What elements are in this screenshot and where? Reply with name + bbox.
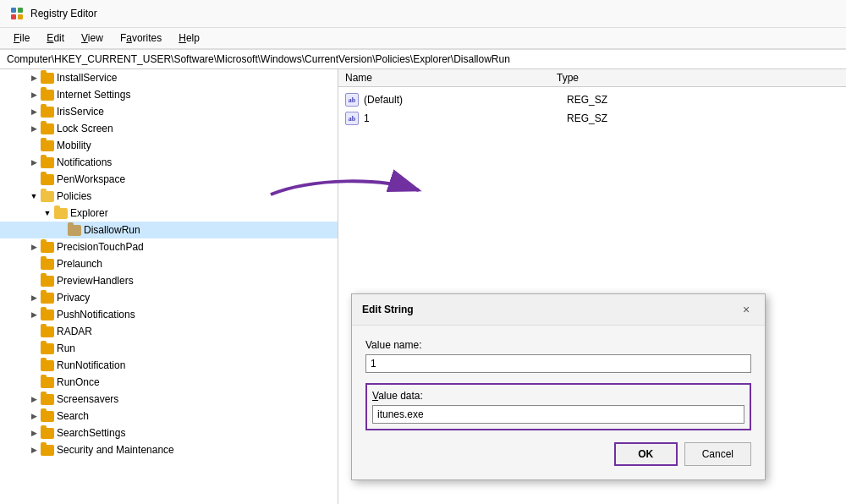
ab-icon: ab (345, 112, 359, 125)
address-bar: Computer\HKEY_CURRENT_USER\Software\Micr… (0, 49, 846, 69)
address-path: Computer\HKEY_CURRENT_USER\Software\Micr… (7, 53, 510, 65)
folder-icon (41, 310, 54, 320)
folder-icon (41, 276, 54, 287)
folder-icon (41, 242, 54, 253)
tree-arrow: ▼ (41, 209, 54, 217)
tree-item-previewhandlers[interactable]: PreviewHandlers (0, 272, 338, 289)
ab-icon: ab (345, 93, 359, 107)
tree-arrow: ▶ (27, 395, 41, 403)
col-header-name: Name (345, 72, 557, 84)
folder-icon (68, 225, 81, 236)
tree-arrow: ▶ (27, 412, 41, 420)
tree-arrow: ▶ (27, 158, 41, 167)
title-bar: Registry Editor (0, 0, 846, 28)
folder-icon (41, 428, 54, 439)
menu-favorites[interactable]: Favorites (113, 30, 168, 46)
tree-item-policies[interactable]: ▼ Policies (0, 188, 338, 205)
folder-icon (41, 360, 54, 371)
tree-panel: ▶ InstallService ▶ Internet Settings ▶ I… (0, 69, 338, 504)
tree-item-internet-settings[interactable]: ▶ Internet Settings (0, 86, 338, 103)
reg-type-default: REG_SZ (567, 94, 839, 106)
tree-item-irisservice[interactable]: ▶ IrisService (0, 103, 338, 120)
folder-icon (41, 259, 54, 270)
folder-icon (54, 208, 68, 219)
value-data-label: Value data: (372, 390, 744, 402)
edit-string-dialog: Edit String × Value name: Value data: OK… (351, 293, 766, 480)
tree-arrow: ▶ (27, 429, 41, 437)
value-name-input[interactable] (365, 354, 751, 373)
cancel-button[interactable]: Cancel (684, 442, 751, 466)
tree-item-prelaunch[interactable]: Prelaunch (0, 255, 338, 272)
folder-icon (41, 107, 54, 118)
tree-item-lock-screen[interactable]: ▶ Lock Screen (0, 120, 338, 137)
folder-icon (41, 123, 54, 134)
dialog-title-bar: Edit String × (352, 294, 765, 326)
tree-item-run[interactable]: Run (0, 340, 338, 357)
tree-item-screensavers[interactable]: ▶ Screensavers (0, 391, 338, 408)
tree-item-runonce[interactable]: RunOnce (0, 374, 338, 391)
reg-row-default[interactable]: ab (Default) REG_SZ (338, 90, 846, 109)
reg-name-default: (Default) (364, 94, 567, 106)
folder-icon (41, 293, 54, 304)
folder-icon (41, 343, 54, 354)
tree-arrow: ▶ (27, 293, 41, 302)
folder-icon (41, 140, 54, 151)
folder-icon (41, 73, 54, 84)
menu-view[interactable]: View (74, 30, 110, 46)
menu-bar: File Edit View Favorites Help (0, 28, 846, 49)
folder-icon (41, 411, 54, 422)
tree-arrow: ▶ (27, 74, 41, 82)
svg-rect-1 (18, 8, 23, 13)
reg-name-1: 1 (364, 112, 567, 124)
registry-icon (10, 7, 24, 20)
value-name-label: Value name: (365, 339, 751, 351)
tree-item-installservice[interactable]: ▶ InstallService (0, 69, 338, 86)
tree-item-precisiontouchpad[interactable]: ▶ PrecisionTouchPad (0, 238, 338, 255)
tree-arrow: ▶ (27, 446, 41, 454)
column-headers: Name Type (338, 69, 846, 87)
tree-item-disallowrun[interactable]: DisallowRun (0, 222, 338, 238)
folder-icon (41, 174, 54, 185)
reg-type-1: REG_SZ (567, 112, 839, 124)
tree-item-mobility[interactable]: Mobility (0, 137, 338, 154)
tree-item-radar[interactable]: RADAR (0, 323, 338, 340)
main-content: ▶ InstallService ▶ Internet Settings ▶ I… (0, 69, 846, 504)
tree-arrow: ▶ (27, 90, 41, 99)
tree-item-runnotification[interactable]: RunNotification (0, 357, 338, 374)
app-title: Registry Editor (30, 8, 97, 19)
folder-icon (41, 377, 54, 388)
ok-button[interactable]: OK (614, 442, 678, 466)
tree-item-notifications[interactable]: ▶ Notifications (0, 154, 338, 171)
folder-icon (41, 90, 54, 101)
tree-item-privacy[interactable]: ▶ Privacy (0, 289, 338, 306)
tree-arrow: ▶ (27, 124, 41, 133)
tree-item-pushnotifications[interactable]: ▶ PushNotifications (0, 306, 338, 323)
menu-file[interactable]: File (7, 30, 36, 46)
dialog-close-button[interactable]: × (738, 301, 755, 318)
registry-values: ab (Default) REG_SZ ab 1 REG_SZ (338, 87, 846, 131)
tree-item-penworkspace[interactable]: PenWorkspace (0, 171, 338, 188)
svg-rect-3 (18, 14, 23, 19)
svg-rect-2 (11, 14, 16, 19)
tree-arrow: ▼ (27, 192, 41, 200)
folder-icon (41, 445, 54, 456)
tree-item-explorer[interactable]: ▼ Explorer (0, 205, 338, 222)
value-data-section: Value data: (365, 383, 751, 430)
reg-row-1[interactable]: ab 1 REG_SZ (338, 109, 846, 128)
tree-arrow: ▶ (27, 243, 41, 251)
svg-rect-0 (11, 8, 16, 13)
value-data-input[interactable] (372, 405, 744, 424)
folder-icon (41, 191, 54, 202)
folder-icon (41, 394, 54, 405)
tree-item-search[interactable]: ▶ Search (0, 408, 338, 425)
dialog-buttons: OK Cancel (365, 442, 751, 466)
menu-edit[interactable]: Edit (40, 30, 71, 46)
dialog-body: Value name: Value data: OK Cancel (352, 326, 765, 479)
tree-item-searchsettings[interactable]: ▶ SearchSettings (0, 425, 338, 441)
tree-arrow: ▶ (27, 310, 41, 319)
tree-arrow: ▶ (27, 107, 41, 116)
col-header-type: Type (557, 72, 839, 84)
menu-help[interactable]: Help (172, 30, 206, 46)
folder-icon (41, 326, 54, 337)
tree-item-security[interactable]: ▶ Security and Maintenance (0, 441, 338, 458)
